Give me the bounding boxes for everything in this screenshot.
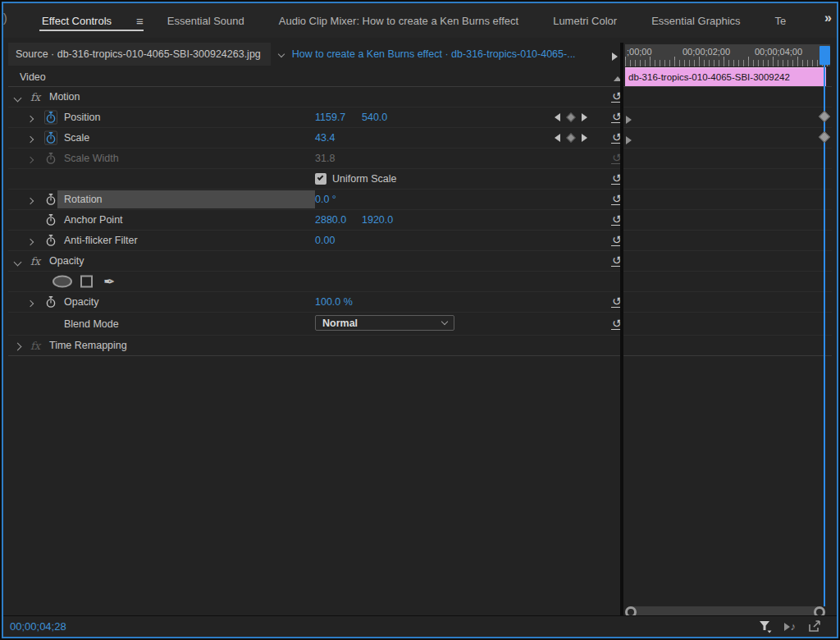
tab-label: Audio Clip Mixer: How to create a Ken Bu…	[279, 15, 518, 27]
panel-tab-bar: ) Effect Controls ≡ Essential Sound Audi…	[3, 3, 837, 38]
ruler-tick-label: 00;00;02;00	[682, 47, 730, 57]
chevron-right-icon[interactable]	[15, 338, 21, 353]
anti-flicker-value[interactable]: 0.00	[315, 235, 335, 246]
opacity-param-row: Opacity 100.0 % ↺	[8, 292, 832, 313]
chevron-right-icon	[28, 151, 33, 166]
ruler-tick-label: ;00;00	[627, 47, 652, 57]
tab-truncated[interactable]: Te	[758, 3, 804, 38]
playhead-line	[824, 65, 825, 606]
anchor-point-label: Anchor Point	[64, 214, 123, 226]
position-y-value[interactable]: 540.0	[362, 112, 387, 123]
timeline-clip[interactable]: db-316-tropics-010-4065-SBI-3009242	[625, 67, 826, 86]
blend-mode-row: Blend Mode Normal ↺	[8, 313, 832, 336]
fx-badge-icon[interactable]: fx	[30, 255, 40, 267]
timeline-clip-name: db-316-tropics-010-4065-SBI-3009242	[628, 72, 790, 82]
time-remapping-row[interactable]: fx Time Remapping	[8, 336, 832, 356]
toggle-animation-stopwatch-icon[interactable]	[44, 193, 57, 207]
add-keyframe-icon[interactable]	[566, 133, 575, 142]
timeline-ruler[interactable]: ;00;00 00;00;02;00 00;00;04;00	[625, 44, 830, 66]
clip-nav-play-icon[interactable]	[612, 49, 618, 64]
sequence-clip-link[interactable]: How to create a Ken Burns effect · db-31…	[292, 48, 576, 60]
next-keyframe-icon[interactable]	[582, 113, 587, 121]
anti-flicker-param-row: Anti-flicker Filter 0.00 ↺	[8, 231, 832, 251]
chevron-down-icon[interactable]	[278, 51, 285, 57]
toggle-animation-stopwatch-icon	[44, 152, 57, 166]
current-timecode[interactable]: 00;00;04;28	[10, 620, 66, 633]
tab-essential-sound[interactable]: Essential Sound	[150, 3, 262, 38]
pen-mask-icon[interactable]: ✒	[103, 275, 115, 289]
next-keyframe-icon[interactable]	[582, 134, 587, 142]
uniform-scale-checkbox[interactable]	[315, 173, 326, 185]
tab-overflow-chevron-icon[interactable]: »	[824, 11, 832, 25]
add-keyframe-icon[interactable]	[566, 112, 575, 121]
rotation-value[interactable]: 0.0 °	[315, 194, 336, 205]
chevron-down-icon[interactable]	[15, 254, 21, 268]
scale-width-param-row: Scale Width 31.8 ↺	[8, 149, 832, 169]
scale-width-value: 31.8	[315, 153, 335, 164]
position-x-value[interactable]: 1159.7	[315, 112, 345, 123]
keyframe-navigator	[555, 113, 587, 121]
chevron-right-icon[interactable]	[28, 110, 33, 125]
chevron-right-icon[interactable]	[28, 130, 33, 145]
anti-flicker-label: Anti-flicker Filter	[64, 235, 138, 246]
position-param-row: Position 1159.7 540.0 ↺	[8, 107, 832, 128]
premiere-window: ) Effect Controls ≡ Essential Sound Audi…	[0, 0, 840, 640]
opacity-effect-row[interactable]: fx Opacity ↺	[8, 251, 832, 272]
position-label: Position	[64, 112, 100, 123]
chevron-down-icon[interactable]	[15, 89, 21, 104]
clipped-edge-fragment: )	[3, 11, 7, 25]
bottom-toolbar: ♪	[758, 619, 823, 633]
motion-effect-label: Motion	[49, 91, 80, 103]
source-bar: Source · db-316-tropics-010-4065-SBI-300…	[8, 43, 576, 66]
toggle-animation-stopwatch-icon[interactable]	[44, 111, 57, 125]
source-clip-label[interactable]: Source · db-316-tropics-010-4065-SBI-300…	[8, 43, 271, 66]
playhead-handle[interactable]	[819, 46, 830, 65]
fx-badge-icon: fx	[30, 340, 40, 352]
chevron-right-icon[interactable]	[28, 192, 33, 207]
play-audio-icon[interactable]: ♪	[784, 620, 797, 633]
prev-keyframe-icon[interactable]	[555, 134, 560, 142]
ellipse-mask-icon[interactable]	[52, 276, 72, 288]
mask-tools-row: ✒	[8, 272, 832, 292]
scale-value[interactable]: 43.4	[315, 132, 335, 144]
panel-splitter[interactable]	[620, 43, 623, 615]
toggle-animation-stopwatch-icon[interactable]	[44, 131, 57, 145]
blend-mode-value: Normal	[322, 318, 358, 329]
tab-label: Te	[775, 15, 787, 27]
tab-effect-controls[interactable]: Effect Controls	[25, 3, 129, 38]
ruler-minor-ticks	[625, 60, 830, 66]
panel-status-bar: 00;00;04;28 ♪	[3, 615, 837, 637]
tab-audio-clip-mixer[interactable]: Audio Clip Mixer: How to create a Ken Bu…	[262, 3, 536, 38]
chevron-right-icon[interactable]	[28, 233, 33, 248]
fx-badge-icon[interactable]: fx	[30, 91, 40, 103]
anchor-point-y-value[interactable]: 1920.0	[362, 214, 393, 226]
toggle-animation-stopwatch-icon[interactable]	[44, 295, 57, 309]
tab-label: Effect Controls	[42, 15, 112, 27]
anchor-point-param-row: Anchor Point 2880.0 1920.0 ↺	[8, 210, 832, 231]
rotation-param-row: Rotation 0.0 ° ↺	[8, 190, 832, 210]
anchor-point-x-value[interactable]: 2880.0	[315, 214, 346, 226]
blend-mode-label: Blend Mode	[64, 318, 119, 330]
tab-lumetri-color[interactable]: Lumetri Color	[536, 3, 634, 38]
keyframe-offscreen-arrow-icon[interactable]	[626, 133, 632, 148]
scale-width-label: Scale Width	[64, 153, 119, 164]
blend-mode-dropdown[interactable]: Normal	[315, 315, 454, 331]
scale-param-row: Scale 43.4 ↺	[8, 128, 832, 149]
play-in-to-out-icon[interactable]	[808, 620, 822, 633]
rectangle-mask-icon[interactable]	[80, 276, 93, 288]
tab-essential-graphics[interactable]: Essential Graphics	[634, 3, 757, 38]
tab-label: Lumetri Color	[553, 15, 617, 27]
filter-properties-icon[interactable]	[758, 619, 772, 633]
opacity-value[interactable]: 100.0 %	[315, 296, 353, 308]
chevron-right-icon[interactable]	[28, 295, 33, 309]
keyframe-offscreen-arrow-icon[interactable]	[626, 112, 632, 127]
motion-effect-row[interactable]: fx Motion ↺	[8, 87, 832, 107]
opacity-label: Opacity	[64, 296, 98, 308]
scale-label: Scale	[64, 132, 89, 144]
toggle-animation-stopwatch-icon[interactable]	[44, 213, 57, 227]
chevron-down-icon	[441, 318, 448, 325]
video-section-title: Video	[20, 71, 46, 83]
prev-keyframe-icon[interactable]	[555, 113, 560, 121]
toggle-animation-stopwatch-icon[interactable]	[44, 234, 57, 248]
panel-menu-icon[interactable]: ≡	[119, 3, 150, 38]
